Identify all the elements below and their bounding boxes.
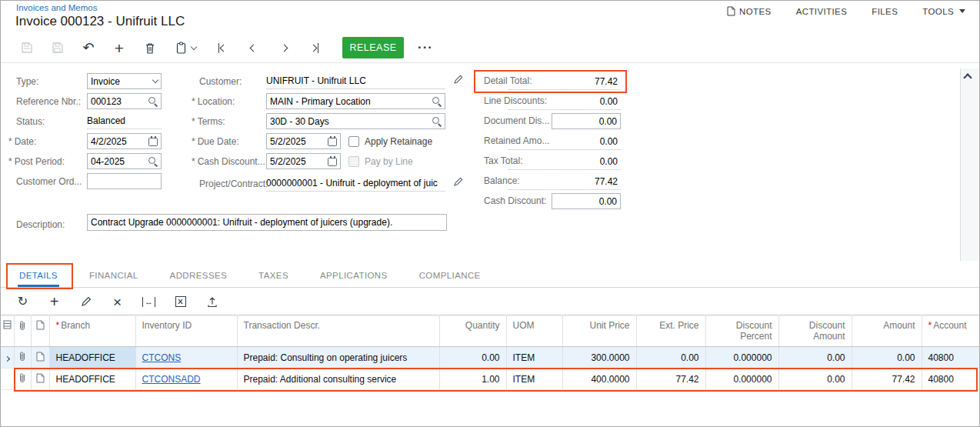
cash-discount-field[interactable] <box>552 193 621 209</box>
inventory-id-cell[interactable]: CTCONSADD <box>135 369 237 390</box>
column-header-quantity[interactable]: Quantity <box>439 315 506 347</box>
note-cell[interactable] <box>31 369 49 390</box>
inventory-id-link[interactable]: CTCONS <box>142 352 182 363</box>
quantity-cell[interactable]: 1.00 <box>439 369 506 390</box>
column-header-amount[interactable]: Amount <box>852 315 922 347</box>
column-header-branch[interactable]: *Branch <box>49 315 135 347</box>
uom-cell[interactable]: ITEM <box>506 369 562 390</box>
upload-button[interactable] <box>196 291 228 312</box>
date-picker-button[interactable] <box>148 136 158 146</box>
cash-discount-input[interactable] <box>555 196 617 207</box>
account-cell[interactable]: 40800 <box>922 369 980 390</box>
reference-lookup-button[interactable] <box>148 96 158 106</box>
note-cell[interactable] <box>31 347 49 369</box>
inventory-id-link[interactable]: CTCONSADD <box>142 374 201 385</box>
reference-field[interactable]: 000123 <box>87 93 162 109</box>
type-field[interactable]: Invoice <box>87 73 162 89</box>
terms-field[interactable]: 30D - 30 Days <box>266 113 445 129</box>
uom-cell[interactable]: ITEM <box>506 347 562 369</box>
column-header-uom[interactable]: UOM <box>506 315 562 347</box>
copy-paste-button[interactable] <box>165 36 207 59</box>
customer-edit-button[interactable] <box>453 75 463 87</box>
type-dropdown-button[interactable] <box>153 80 158 82</box>
tab-applications[interactable]: APPLICATIONS <box>318 271 389 287</box>
amount-cell[interactable]: 0.00 <box>852 347 922 369</box>
branch-cell[interactable]: HEADOFFICE <box>49 347 135 369</box>
account-cell[interactable]: 40800 <box>922 347 980 369</box>
column-header-discount-amount[interactable]: Discount Amount <box>778 315 852 347</box>
files-button[interactable]: FILES <box>872 7 898 16</box>
unit-price-cell[interactable]: 300.0000 <box>562 347 636 369</box>
location-lookup-button[interactable] <box>432 96 442 106</box>
discount-amount-cell[interactable]: 0.00 <box>778 369 852 390</box>
discount-percent-cell[interactable]: 0.000000 <box>705 347 778 369</box>
due-date-picker-button[interactable] <box>328 136 337 146</box>
export-excel-button[interactable]: X <box>165 291 196 312</box>
cash-discount-date-field[interactable]: 5/2/2025 <box>266 153 341 169</box>
discount-percent-cell[interactable]: 0.000000 <box>705 369 778 390</box>
tab-financial[interactable]: FINANCIAL <box>88 271 140 287</box>
branch-cell[interactable]: HEADOFFICE <box>49 369 135 390</box>
attachment-cell[interactable] <box>14 347 31 369</box>
attachment-cell[interactable] <box>14 369 31 390</box>
column-header-account[interactable]: *Account <box>922 315 980 347</box>
cash-discount-date-picker-button[interactable] <box>328 156 337 166</box>
customer-order-input[interactable] <box>91 176 158 187</box>
previous-record-button[interactable] <box>238 36 268 59</box>
description-input[interactable] <box>91 217 443 228</box>
tab-details[interactable]: DETAILS <box>18 271 59 287</box>
inventory-id-cell[interactable]: CTCONS <box>135 347 237 369</box>
add-row-button[interactable]: + <box>38 291 70 312</box>
column-header-inventory-id[interactable]: Inventory ID <box>135 315 237 347</box>
more-actions-button[interactable]: ··· <box>410 36 441 59</box>
post-period-field[interactable]: 04-2025 <box>87 153 162 169</box>
row-settings-header[interactable] <box>1 315 14 347</box>
next-record-button[interactable] <box>268 36 299 59</box>
edit-row-button[interactable] <box>70 291 102 312</box>
discount-amount-cell[interactable]: 0.00 <box>778 347 852 369</box>
ext-price-cell[interactable]: 77.42 <box>636 369 705 390</box>
insert-button[interactable]: + <box>104 36 135 59</box>
apply-retainage-checkbox[interactable] <box>348 136 359 147</box>
delete-button[interactable] <box>135 36 165 59</box>
description-field[interactable] <box>87 214 447 231</box>
save-button[interactable] <box>42 36 73 59</box>
amount-cell[interactable]: 77.42 <box>852 369 922 390</box>
first-record-button[interactable] <box>207 36 238 59</box>
location-field[interactable]: MAIN - Primary Location <box>266 93 445 109</box>
fit-width-button[interactable]: ↔ <box>133 291 165 312</box>
last-record-button[interactable] <box>299 36 330 59</box>
transaction-descr-cell[interactable]: Prepaid: Consulting on operating juicers <box>237 347 439 369</box>
date-field[interactable]: 4/2/2025 <box>87 133 162 149</box>
terms-lookup-button[interactable] <box>432 116 442 126</box>
column-header-ext-price[interactable]: Ext. Price <box>636 315 705 347</box>
quantity-cell[interactable]: 0.00 <box>439 347 506 369</box>
grid-row-1[interactable]: HEADOFFICE CTCONS Prepaid: Consulting on… <box>1 347 980 369</box>
post-period-lookup-button[interactable] <box>148 156 158 166</box>
save-close-button[interactable] <box>12 36 42 59</box>
unit-price-cell[interactable]: 400.0000 <box>562 369 636 390</box>
notes-button[interactable]: NOTES <box>727 6 772 16</box>
transaction-descr-cell[interactable]: Prepaid: Additional consulting service <box>237 369 439 390</box>
document-discounts-field[interactable] <box>552 113 621 129</box>
tab-taxes[interactable]: TAXES <box>257 271 290 287</box>
breadcrumb[interactable]: Invoices and Memos <box>16 3 97 12</box>
record-toolbar: ↶ + RELEASE ··· <box>1 35 979 61</box>
tab-addresses[interactable]: ADDRESSES <box>168 271 229 287</box>
column-header-discount-percent[interactable]: Discount Percent <box>705 315 778 347</box>
grid-row-2[interactable]: HEADOFFICE CTCONSADD Prepaid: Additional… <box>1 369 980 390</box>
activities-button[interactable]: ACTIVITIES <box>796 7 848 16</box>
customer-order-field[interactable] <box>87 173 162 189</box>
column-header-transaction-descr[interactable]: Transaction Descr. <box>237 315 439 347</box>
due-date-field[interactable]: 5/2/2025 <box>266 133 341 149</box>
project-edit-button[interactable] <box>453 177 463 189</box>
ext-price-cell[interactable]: 0.00 <box>636 347 705 369</box>
cancel-button[interactable]: ↶ <box>73 36 104 59</box>
refresh-button[interactable]: ↻ <box>7 291 38 312</box>
delete-row-button[interactable]: × <box>102 291 133 312</box>
release-button[interactable]: RELEASE <box>342 37 404 58</box>
document-discounts-input[interactable] <box>555 116 617 127</box>
column-header-unit-price[interactable]: Unit Price <box>562 315 636 347</box>
tab-compliance[interactable]: COMPLIANCE <box>418 271 482 287</box>
tools-button[interactable]: TOOLS <box>922 7 965 16</box>
